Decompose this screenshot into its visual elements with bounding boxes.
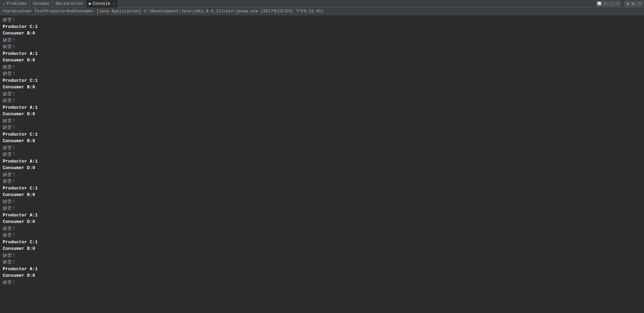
console-line: 缺货！ [3,232,641,239]
status-bar: <terminated> TestProductorAndConsumer [J… [0,8,644,15]
toolbar-btn-b[interactable]: ▶ [631,1,636,7]
console-line: 缺货！ [3,172,641,178]
console-line: Consumer D:0 [3,165,641,172]
tab-declaration-label: Declaration [56,1,83,6]
toolbar-btn-c[interactable]: ▽ [637,1,643,7]
console-line: 缺货！ [3,259,641,266]
toolbar-btn-a[interactable]: ◀ [625,1,630,7]
toolbar-btn-2[interactable]: ✕ [603,1,608,7]
problems-icon: ⚠ [3,1,5,6]
tab-console[interactable]: ▶ Console ✕ [86,0,118,8]
tab-console-label: Console [93,1,110,6]
console-line: Consumer D:0 [3,57,641,64]
console-line: Productor A:1 [3,266,641,273]
console-line: 缺货！ [3,205,641,212]
console-line: 缺货！ [3,43,641,50]
console-line: Productor C:1 [3,77,641,84]
toolbar-btn-1[interactable]: ⬜ [596,1,602,7]
console-line: 缺货！ [3,145,641,151]
console-line: Productor C:1 [3,131,641,138]
console-line: 缺货！ [3,225,641,232]
toolbar-right: ⬜ ✕ — □ ◀ ▶ ▽ [596,1,644,7]
console-line: Consumer B:0 [3,138,641,145]
console-line: Consumer B:0 [3,30,641,37]
toolbar-btn-minimize[interactable]: — [609,1,614,7]
toolbar-btn-maximize[interactable]: □ [615,1,621,7]
console-line: 缺货！ [3,118,641,125]
console-line: Consumer D:0 [3,111,641,118]
console-line: 缺货！ [3,252,641,259]
console-line: Productor C:1 [3,23,641,30]
console-line: 缺货！ [3,198,641,205]
console-icon: ▶ [89,1,91,6]
console-line: 缺货！ [3,91,641,98]
console-line: 缺货！ [3,124,641,131]
console-line: Productor C:1 [3,185,641,192]
console-line: Consumer B:0 [3,84,641,91]
console-line: Productor A:1 [3,50,641,57]
tab-problems[interactable]: ⚠ Problems [0,0,30,8]
console-close-button[interactable]: ✕ [113,2,115,6]
tab-problems-label: Problems [7,1,27,6]
console-line: Consumer D:0 [3,218,641,225]
console-line: 缺货！ [3,279,641,286]
console-line: 缺货！ [3,37,641,44]
tab-bar: ⚠ Problems Javadoc Declaration ▶ Console… [0,0,644,8]
status-text: <terminated> TestProductorAndConsumer [J… [2,9,324,14]
console-line: 缺货！ [3,178,641,185]
console-line: 缺货！ [3,64,641,71]
console-line: Productor C:1 [3,239,641,246]
tab-javadoc[interactable]: Javadoc [30,0,53,8]
console-line: 缺货！ [3,17,641,23]
console-line: Consumer B:0 [3,245,641,252]
tab-declaration[interactable]: Declaration [53,0,86,8]
console-output[interactable]: 缺货！Productor C:1Consumer B:0缺货！缺货！Produc… [0,15,644,313]
console-line: 缺货！ [3,70,641,77]
console-line: Consumer B:0 [3,192,641,198]
console-line: Consumer D:0 [3,272,641,279]
tab-javadoc-label: Javadoc [32,1,50,6]
console-line: 缺货！ [3,151,641,158]
console-line: Productor A:1 [3,104,641,111]
console-line: 缺货！ [3,97,641,104]
console-line: Productor A:1 [3,158,641,165]
console-line: Productor A:1 [3,212,641,219]
